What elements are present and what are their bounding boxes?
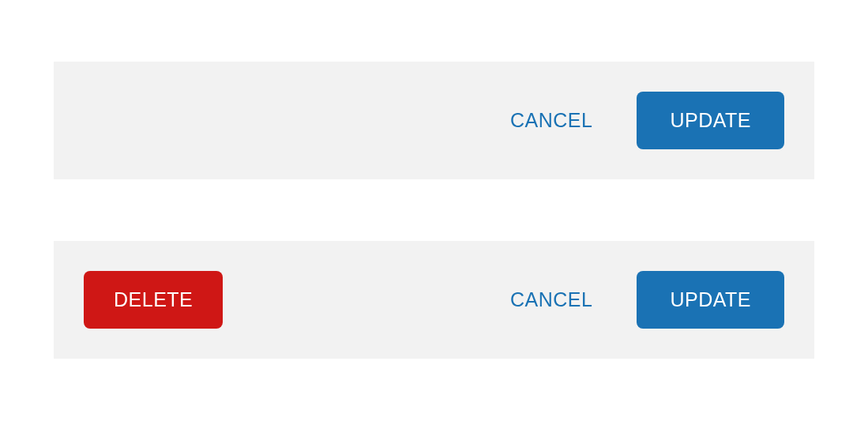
cancel-button[interactable]: CANCEL: [510, 109, 592, 132]
update-button[interactable]: UPDATE: [637, 92, 784, 149]
delete-button[interactable]: DELETE: [84, 271, 223, 329]
panel-right: CANCEL UPDATE: [510, 271, 784, 329]
action-panel-2: DELETE CANCEL UPDATE: [54, 241, 814, 359]
cancel-button[interactable]: CANCEL: [510, 288, 592, 311]
action-panel-1: CANCEL UPDATE: [54, 62, 814, 179]
panel-left: DELETE: [84, 271, 223, 329]
update-button[interactable]: UPDATE: [637, 271, 784, 329]
panel-right: CANCEL UPDATE: [510, 92, 784, 149]
